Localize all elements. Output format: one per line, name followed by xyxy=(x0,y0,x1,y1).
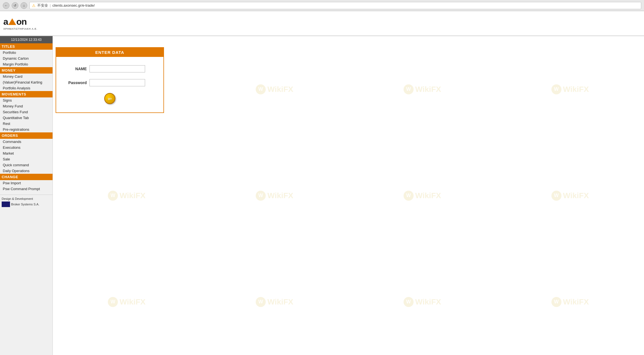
logo-ax: a xyxy=(3,17,8,27)
sidebar-item-signs[interactable]: Signs xyxy=(0,97,53,103)
sidebar-item-portfolio[interactable]: Portfolio xyxy=(0,50,53,56)
name-label: NAME xyxy=(62,67,87,71)
dialog-header: ENTER DATA xyxy=(56,48,163,57)
sidebar-item-daily-operations[interactable]: Daily Operations xyxy=(0,168,53,174)
sidebar-item-money-fund[interactable]: Money Fund xyxy=(0,103,53,109)
sidebar-item-dynamic-carton[interactable]: Dynamic Carton xyxy=(0,56,53,61)
sidebar-datetime: 12/11/2024 12:33:43 xyxy=(0,36,53,43)
password-form-row: Password xyxy=(62,79,158,86)
broker-logo xyxy=(2,202,10,207)
logo-text: aon xyxy=(3,17,27,27)
sidebar-item-quick-command[interactable]: Quick command xyxy=(0,162,53,168)
password-input[interactable] xyxy=(89,79,145,86)
dialog-body: NAME Password go xyxy=(56,57,163,112)
home-button[interactable]: ⌂ xyxy=(21,2,27,9)
sidebar-item-money-card[interactable]: Money Card xyxy=(0,74,53,79)
logo-triangle xyxy=(8,18,16,25)
warning-text: 不安全 xyxy=(37,3,48,8)
logo-bar: aon ΧΡΗΜΑΤΙΣΤΗΡΙΑΚΗ Α.Ε. xyxy=(0,11,644,36)
sidebar-footer: Design & Development Broker Systems S.A. xyxy=(0,195,53,209)
logo: aon ΧΡΗΜΑΤΙΣΤΗΡΙΑΚΗ Α.Ε. xyxy=(3,17,38,30)
sidebar-item-portfolio-analysis[interactable]: Portfolio Analysis xyxy=(0,85,53,91)
sidebar-item-securities-fund[interactable]: Securities Fund xyxy=(0,109,53,115)
sidebar-item-valuer-financial-karting[interactable]: (Valuer)Financial Karting xyxy=(0,79,53,85)
logo-on: on xyxy=(16,17,27,27)
section-header-change: CHANGE xyxy=(0,174,53,180)
section-header-money: MONEY xyxy=(0,67,53,74)
sidebar-item-rest[interactable]: Rest xyxy=(0,121,53,127)
sidebar-item-psw-command-prompt[interactable]: Psw Command Prompt xyxy=(0,186,53,192)
address-bar[interactable]: ⚠ 不安全 | clients.axonsec.gr/e-trade/ xyxy=(29,2,641,9)
footer-design-text: Design & Development xyxy=(2,197,51,200)
browser-chrome: ← ↺ ⌂ ⚠ 不安全 | clients.axonsec.gr/e-trade… xyxy=(0,0,644,11)
name-form-row: NAME xyxy=(62,65,158,72)
warning-icon: ⚠ xyxy=(32,3,36,8)
sidebar-item-market[interactable]: Market xyxy=(0,150,53,156)
separator: | xyxy=(50,3,51,7)
sidebar-item-executions[interactable]: Executions xyxy=(0,145,53,150)
sidebar-item-sale[interactable]: Sale xyxy=(0,156,53,162)
go-btn-row: go xyxy=(62,93,158,107)
section-header-titles: TITLES xyxy=(0,43,53,50)
logo-subtitle: ΧΡΗΜΑΤΙΣΤΗΡΙΑΚΗ Α.Ε. xyxy=(3,27,38,30)
footer-company-text: Broker Systems S.A. xyxy=(11,203,39,206)
name-input[interactable] xyxy=(89,65,145,72)
sidebar-item-commands[interactable]: Commands xyxy=(0,139,53,145)
password-label: Password xyxy=(62,80,87,85)
sidebar-item-quantitative-tab[interactable]: Quantitative Tab xyxy=(0,115,53,121)
dialog-container: ENTER DATA NAME Password go xyxy=(56,47,164,113)
sidebar-item-psw-import[interactable]: Psw Import xyxy=(0,180,53,186)
sidebar-item-margin-portfolio[interactable]: Margin Portfolio xyxy=(0,61,53,67)
url-text: clients.axonsec.gr/e-trade/ xyxy=(52,3,95,7)
back-button[interactable]: ← xyxy=(3,2,9,9)
enter-data-dialog: ENTER DATA NAME Password go xyxy=(56,47,164,113)
section-header-orders: ORDERS xyxy=(0,132,53,139)
content-area: WWikiFX WWikiFX WWikiFX WWikiFX WWikiFX … xyxy=(53,36,644,355)
main-layout: 12/11/2024 12:33:43 TITLES Portfolio Dyn… xyxy=(0,36,644,355)
sidebar: 12/11/2024 12:33:43 TITLES Portfolio Dyn… xyxy=(0,36,53,355)
section-header-movements: MOVEMENTS xyxy=(0,91,53,97)
sidebar-item-pre-registrations[interactable]: Pre-registrations xyxy=(0,127,53,132)
refresh-button[interactable]: ↺ xyxy=(12,2,18,9)
go-button[interactable]: go xyxy=(104,93,115,104)
